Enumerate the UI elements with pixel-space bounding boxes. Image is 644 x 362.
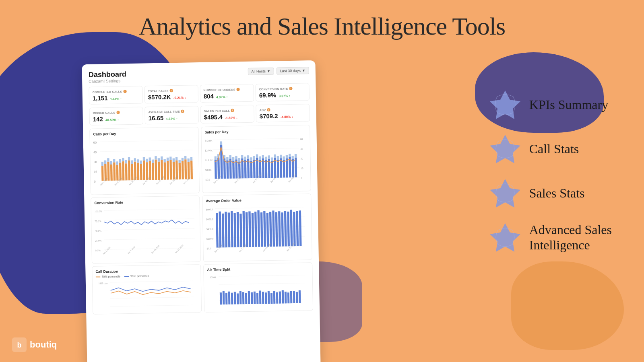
calls-per-day-chart: Calls per Day 60 45 30 15 0	[89, 127, 200, 195]
svg-rect-195	[263, 211, 266, 247]
svg-rect-35	[137, 159, 139, 163]
svg-rect-71	[190, 157, 192, 161]
svg-rect-37	[140, 160, 142, 164]
svg-text:Jun 7, 2020: Jun 7, 2020	[238, 244, 247, 253]
kpi-info-icon: i	[289, 87, 293, 90]
svg-rect-201	[281, 212, 284, 246]
svg-rect-186	[237, 212, 239, 247]
sales-per-day-title: Sales per Day	[204, 128, 306, 134]
kpi-orders: NUMBER OF ORDERS i 804 4.82% ↑	[200, 84, 254, 103]
svg-rect-222	[220, 292, 222, 304]
svg-rect-191	[252, 213, 254, 247]
air-time-split-title: Air Time Split	[207, 266, 309, 272]
svg-rect-139	[280, 155, 282, 158]
svg-rect-197	[269, 212, 272, 247]
svg-rect-30	[131, 164, 134, 180]
svg-rect-109	[235, 156, 237, 160]
svg-text:0: 0	[301, 177, 302, 179]
kpi-info-icon: i	[267, 108, 270, 111]
svg-rect-240	[270, 293, 272, 304]
svg-text:0: 0	[94, 180, 95, 183]
svg-rect-111	[238, 158, 240, 162]
svg-text:30: 30	[94, 160, 97, 164]
svg-rect-117	[247, 155, 249, 159]
svg-text:Jun 1, 2020: Jun 1, 2020	[102, 246, 111, 255]
kpi-missed-calls: MISSED CALLS i 142 40.59% ↑	[89, 107, 143, 125]
kpi-info-icon: i	[123, 90, 126, 93]
svg-rect-94	[215, 160, 217, 179]
svg-rect-49	[158, 158, 160, 162]
svg-rect-198	[272, 210, 275, 247]
legend-dot-90	[124, 276, 129, 277]
header-controls: All Hosts ▼ Last 30 days ▼	[248, 67, 309, 75]
hosts-filter[interactable]: All Hosts ▼	[248, 68, 274, 75]
svg-rect-70	[190, 160, 193, 179]
svg-text:Jun 1, 2020: Jun 1, 2020	[213, 175, 221, 184]
kpi-avg-call-time: AVERAGE CALL TIME i 16.65 1.67% ↑	[144, 106, 199, 124]
svg-rect-246	[287, 292, 289, 303]
svg-rect-10	[101, 166, 104, 181]
svg-rect-48	[158, 162, 160, 180]
svg-text:Jun 7, 2020: Jun 7, 2020	[234, 175, 243, 184]
boutiq-logo: b boutiq	[12, 337, 57, 352]
svg-rect-231	[245, 293, 247, 304]
bottom-charts: Call Duration 50% percentile 90% percent…	[92, 262, 313, 315]
advanced-sales-star-icon	[489, 221, 521, 253]
svg-rect-66	[184, 159, 187, 179]
svg-text:$400.0: $400.0	[206, 227, 213, 230]
svg-rect-200	[278, 211, 281, 247]
svg-rect-33	[134, 158, 136, 162]
feature-kpis: KPIs Summary	[489, 88, 612, 121]
svg-rect-23	[119, 159, 121, 163]
svg-text:$0.0: $0.0	[205, 178, 210, 181]
svg-text:$800.0: $800.0	[206, 208, 213, 211]
feature-advanced-sales-label: Advanced SalesIntelligence	[529, 222, 612, 253]
svg-text:b: b	[17, 341, 22, 349]
svg-rect-29	[128, 157, 130, 160]
svg-rect-244	[282, 290, 284, 303]
svg-rect-239	[268, 291, 270, 304]
sales-stats-star-icon	[489, 177, 521, 209]
kpi-grid-row1: COMPLETED CALLS i 1,151 1.41% ↑ TOTAL SA…	[89, 83, 310, 105]
svg-rect-202	[284, 211, 287, 247]
svg-text:$24.0K: $24.0K	[205, 149, 213, 152]
svg-rect-114	[244, 160, 247, 178]
kpi-info-icon: i	[116, 111, 120, 114]
svg-line-160	[104, 209, 194, 210]
period-filter[interactable]: Last 30 days ▼	[277, 67, 309, 74]
svg-rect-135	[274, 154, 276, 158]
svg-rect-28	[128, 160, 130, 181]
svg-text:1800 min: 1800 min	[98, 282, 107, 284]
svg-rect-203	[287, 212, 290, 247]
svg-rect-225	[228, 292, 231, 304]
svg-line-216	[110, 305, 193, 306]
svg-rect-67	[184, 156, 186, 160]
svg-line-219	[219, 283, 305, 285]
svg-rect-243	[279, 292, 281, 304]
svg-rect-188	[242, 211, 245, 247]
call-duration-svg: 1800 min	[96, 278, 198, 311]
svg-rect-224	[225, 293, 227, 304]
svg-rect-249	[296, 292, 298, 303]
svg-rect-18	[113, 162, 116, 181]
svg-rect-248	[293, 291, 295, 303]
kpi-completed-calls: COMPLETED CALLS i 1,151 1.41% ↑	[89, 86, 143, 104]
svg-text:$32.0K: $32.0K	[205, 139, 213, 142]
kpi-info-icon: i	[181, 110, 184, 113]
svg-rect-192	[254, 212, 257, 247]
call-duration-chart: Call Duration 50% percentile 90% percent…	[92, 264, 202, 315]
svg-rect-121	[253, 156, 255, 160]
svg-text:$16.0K: $16.0K	[205, 158, 213, 161]
air-time-split-svg: 60000	[207, 272, 310, 311]
svg-rect-234	[254, 292, 256, 304]
svg-text:25.0%: 25.0%	[95, 239, 102, 242]
svg-rect-16	[110, 165, 113, 181]
svg-rect-24	[122, 161, 124, 181]
svg-rect-99	[220, 141, 222, 145]
svg-rect-204	[290, 210, 293, 247]
svg-rect-120	[253, 159, 256, 178]
svg-rect-190	[248, 211, 251, 247]
legend-90-pct: 90% percentile	[124, 274, 149, 278]
aov-title: Average Order Value	[206, 197, 308, 203]
svg-rect-131	[268, 155, 270, 159]
